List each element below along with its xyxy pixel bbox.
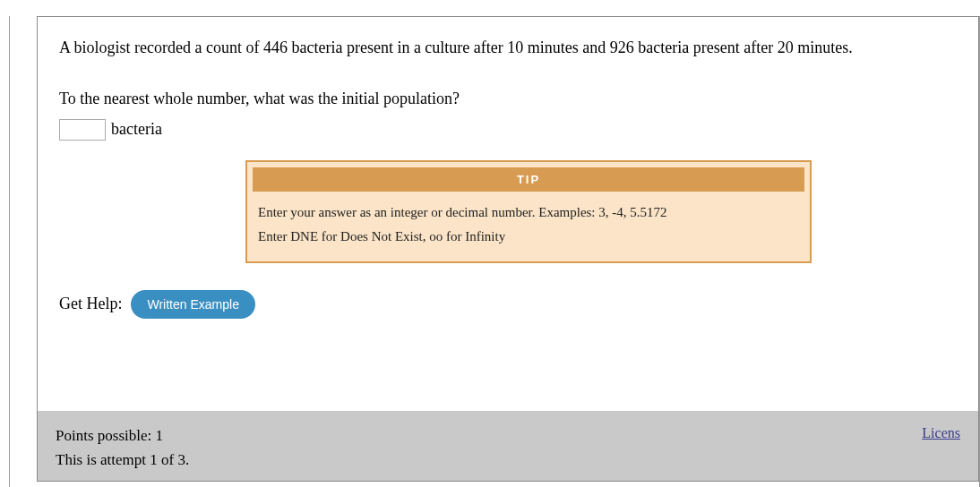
tip-line-1: Enter your answer as an integer or decim…: [258, 201, 799, 225]
help-row: Get Help: Written Example: [59, 290, 957, 319]
answer-unit: bacteria: [111, 120, 162, 139]
footer-bar: Points possible: 1 This is attempt 1 of …: [38, 411, 978, 481]
tip-body: Enter your answer as an integer or decim…: [253, 201, 804, 256]
written-example-button[interactable]: Written Example: [131, 290, 254, 319]
answer-input[interactable]: [59, 119, 106, 141]
question-prompt: To the nearest whole number, what was th…: [59, 86, 957, 112]
attempt-info: This is attempt 1 of 3.: [56, 448, 189, 472]
tip-header: TIP: [253, 167, 804, 192]
points-possible: Points possible: 1: [56, 423, 189, 448]
answer-row: bacteria: [59, 119, 957, 141]
footer-left: Points possible: 1 This is attempt 1 of …: [56, 423, 189, 472]
license-link[interactable]: Licens: [922, 425, 960, 441]
question-content: A biologist recorded a count of 446 bact…: [38, 17, 978, 353]
tip-line-2: Enter DNE for Does Not Exist, oo for Inf…: [258, 225, 799, 249]
problem-statement: A biologist recorded a count of 446 bact…: [59, 35, 957, 61]
tip-box: TIP Enter your answer as an integer or d…: [245, 160, 812, 263]
question-box: A biologist recorded a count of 446 bact…: [37, 16, 979, 482]
help-label: Get Help:: [59, 295, 122, 313]
outer-frame: A biologist recorded a count of 446 bact…: [9, 16, 980, 487]
